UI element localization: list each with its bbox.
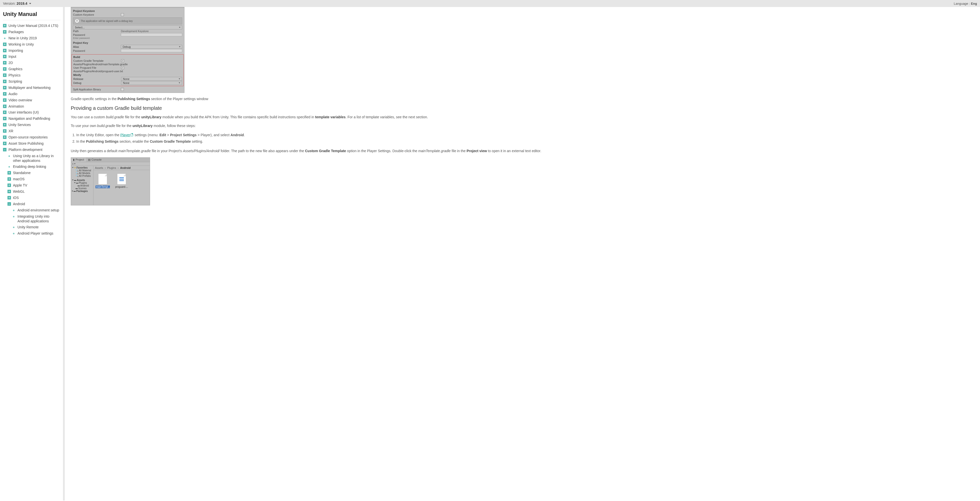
expand-icon[interactable] [3,123,6,127]
expand-icon[interactable] [8,196,11,200]
custom-gradle-checkbox[interactable]: ✓ [121,59,124,62]
tree-android[interactable]: ▬Android [72,184,93,187]
split-binary-checkbox[interactable] [121,88,124,91]
expand-icon[interactable] [8,177,11,181]
release-minify-dropdown[interactable]: None [121,77,182,81]
expand-icon[interactable] [3,67,6,71]
expand-icon[interactable] [8,190,11,193]
expand-icon[interactable] [3,105,6,108]
sidebar-item[interactable]: Input [3,54,60,60]
tab-console[interactable]: ▤ Console [86,158,103,162]
expand-icon[interactable] [3,129,6,133]
collapse-icon[interactable] [3,148,6,151]
sidebar-item[interactable]: 2D [3,60,60,66]
tree-packages[interactable]: ▬Packages [72,190,93,192]
expand-icon[interactable] [3,55,6,58]
sidebar-item-label: Packages [8,30,24,34]
expand-icon[interactable] [3,142,6,145]
keystore-password-input[interactable] [121,33,182,36]
expand-icon[interactable] [3,49,6,52]
sidebar-item[interactable]: Unity Remote [3,224,60,230]
expand-icon[interactable] [3,30,6,33]
sidebar-item[interactable]: Physics [3,72,60,78]
sidebar-item[interactable]: Navigation and Pathfinding [3,116,60,122]
sidebar-item[interactable]: Importing [3,48,60,54]
expand-icon[interactable] [3,61,6,65]
sidebar-item[interactable]: XR [3,128,60,134]
sidebar-item[interactable]: Video overview [3,97,60,103]
expand-icon[interactable] [3,73,6,77]
project-key-title: Project Key [73,41,182,45]
sidebar-item[interactable]: Graphics [3,66,60,72]
add-button[interactable]: + [72,162,73,165]
sidebar-item[interactable]: Asset Store Publishing [3,140,60,147]
bullet-icon [13,227,14,228]
player-link[interactable]: Player [120,133,130,137]
key-password-input[interactable] [121,49,182,52]
breadcrumb-assets[interactable]: Assets [95,166,103,169]
tree-favorites[interactable]: ★Favorites [72,166,93,169]
custom-keystore-checkbox[interactable] [121,13,124,16]
expand-icon[interactable] [3,92,6,96]
sidebar-item[interactable]: Apple TV [3,182,60,189]
tree-all-prefabs[interactable]: 🔍All Prefabs [72,174,93,177]
sidebar-item[interactable]: WebGL [3,189,60,195]
alias-dropdown[interactable]: Debug [121,45,182,49]
expand-icon[interactable] [3,80,6,83]
sidebar-item[interactable]: Android Player settings [3,230,60,236]
sidebar-item[interactable]: Unity Services [3,122,60,128]
sidebar-item[interactable]: Android environment setup [3,207,60,213]
breadcrumb-android[interactable]: Android [120,166,130,169]
sidebar-item[interactable]: Open-source repositories [3,134,60,140]
user-proguard-checkbox[interactable]: ✓ [121,66,124,69]
tree-all-materials[interactable]: 🔍All Material [72,169,93,172]
folder-icon: ▬ [74,179,76,181]
sidebar-item[interactable]: Animation [3,103,60,109]
keystore-select-dropdown[interactable]: Select... [73,25,182,29]
sidebar-item[interactable]: Scripting [3,78,60,85]
sidebar-item[interactable]: Using Unity as a Library in other applic… [3,153,60,164]
file-proguard[interactable]: proguard-... [115,174,129,202]
expand-icon[interactable] [3,43,6,46]
expand-icon[interactable] [8,184,11,187]
version-selector[interactable]: Version: 2019.4 [3,2,31,5]
breadcrumb-plugins[interactable]: Plugins [107,166,116,169]
sidebar-item-label: Audio [8,92,18,97]
figure-caption: Gradle-specific settings in the Publishi… [71,97,974,102]
folder-icon: ▬ [78,184,80,187]
expand-icon[interactable] [8,171,11,174]
sidebar-item[interactable]: macOS [3,176,60,182]
expand-icon[interactable] [3,98,6,102]
tree-plugins[interactable]: ▬Plugins [72,182,93,184]
tree-all-models[interactable]: 🔍All Models [72,172,93,174]
expand-icon[interactable] [3,111,6,114]
sidebar-item[interactable]: Integrating Unity into Android applicati… [3,213,60,224]
tree-assets[interactable]: ▬Assets [72,179,93,182]
expand-icon[interactable] [3,24,6,27]
sidebar-item[interactable]: iOS [3,195,60,201]
sidebar-item[interactable]: Multiplayer and Networking [3,85,60,91]
language-selector[interactable]: Language : Eng [954,2,977,5]
expand-icon[interactable] [3,135,6,139]
file-main-template[interactable]: mainTempl... [95,174,110,202]
sidebar-item[interactable]: Packages [3,29,60,35]
section-heading: Providing a custom Gradle build template [71,105,974,111]
sidebar-item[interactable]: Platform development [3,147,60,153]
tab-project[interactable]: ▮ Project [71,158,86,162]
sidebar-item[interactable]: Unity User Manual (2019.4 LTS) [3,23,60,29]
project-toolbar: + [71,162,150,166]
custom-gradle-path: Assets/Plugins/Android/mainTemplate.grad… [73,63,182,66]
sidebar-item[interactable]: Audio [3,91,60,97]
debug-minify-dropdown[interactable]: None [121,81,182,85]
sidebar-item[interactable]: Enabling deep linking [3,163,60,170]
sidebar-item-label: iOS [13,195,19,200]
expand-icon[interactable] [3,86,6,89]
sidebar-item[interactable]: Working in Unity [3,41,60,48]
sidebar-item[interactable]: New in Unity 2019 [3,35,60,41]
sidebar-item[interactable]: Standalone [3,170,60,176]
sidebar-item[interactable]: Android [3,201,60,207]
sidebar-item[interactable]: User interfaces (UI) [3,109,60,116]
tree-scenes[interactable]: ▬Scenes [72,187,93,190]
collapse-icon[interactable] [8,202,11,206]
expand-icon[interactable] [3,117,6,120]
